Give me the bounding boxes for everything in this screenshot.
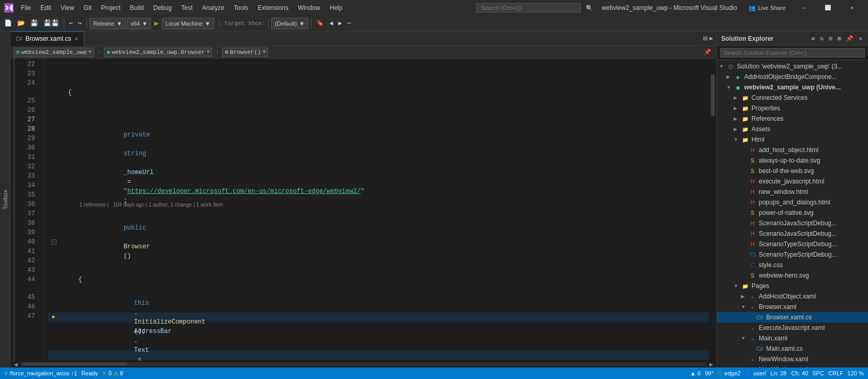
git-branch-button[interactable]: ⑂ /force_navigation_wcos ↑1 — [4, 370, 77, 376]
tree-scenario-ts-2[interactable]: TS ScenarioTypeScriptDebug... — [717, 249, 868, 260]
more-buttons[interactable]: ⋯ — [345, 18, 353, 28]
tree-new-window-xaml[interactable]: ⬦ NewWindow.xaml — [717, 354, 868, 364]
menu-build[interactable]: Build — [126, 3, 148, 13]
encoding-selector[interactable]: SPC — [812, 370, 824, 376]
se-filter-button[interactable]: ⊞ — [836, 35, 843, 42]
scroll-right-button[interactable]: ▶ — [706, 361, 716, 368]
namespace-dropdown[interactable]: ⊞ webview2_sample_uwp ▼ — [14, 48, 94, 57]
tree-html-folder[interactable]: ▼ 📁 Html — [717, 134, 868, 145]
tree-connected-services[interactable]: ▶ 📁 Connected Services — [717, 93, 868, 103]
line-num-28: 28 — [18, 124, 39, 134]
errors-button[interactable]: ✕ 0 ⚠ 8 — [102, 370, 123, 377]
collapse-25[interactable]: − — [51, 239, 56, 245]
edge-status[interactable]: ⬡ edge2 — [717, 370, 740, 377]
pin-tab-button[interactable]: ⊞ — [703, 34, 707, 43]
error-icon: ✕ — [102, 370, 107, 377]
menu-edit[interactable]: Edit — [36, 3, 55, 13]
toolbox-panel[interactable]: Toolbox — [0, 31, 10, 367]
menu-help[interactable]: Help — [326, 3, 347, 13]
tree-references[interactable]: ▶ 📁 References — [717, 113, 868, 124]
tab-browser-xaml-cs[interactable]: C# Browser.xaml.cs ✕ — [10, 31, 84, 46]
se-collapse-button[interactable]: ⊟ — [827, 35, 834, 42]
tree-solution[interactable]: ▼ ⬡ Solution 'webview2_sample_uwp' (3... — [717, 61, 868, 72]
run-target-dropdown[interactable]: Local Machine ▼ — [162, 18, 214, 29]
scroll-tabs-button[interactable]: ▶ — [710, 35, 713, 42]
redo-button[interactable]: ↪ — [76, 18, 84, 28]
tab-close-browser[interactable]: ✕ — [74, 36, 78, 42]
close-button[interactable]: ✕ — [840, 0, 864, 16]
se-pin-button[interactable]: 📌 — [844, 35, 855, 42]
new-project-button[interactable]: 📄 — [2, 18, 14, 28]
zoom-selector[interactable]: 120 % — [848, 370, 864, 376]
menu-extensions[interactable]: Extensions — [253, 3, 293, 13]
tree-main-xaml-cs[interactable]: C# Main.xaml.cs — [717, 343, 868, 354]
global-search-input[interactable] — [476, 3, 581, 13]
tree-webview-hero-svg[interactable]: S webview-hero.svg — [717, 270, 868, 281]
menu-file[interactable]: File — [17, 3, 35, 13]
menu-debug[interactable]: Debug — [149, 3, 176, 13]
tree-always-up-svg[interactable]: S always-up-to-date.svg — [717, 155, 868, 166]
next-bookmark-button[interactable]: ▶ — [336, 18, 344, 28]
undo-button[interactable]: ↩ — [67, 18, 75, 28]
tree-pages-folder[interactable]: ▼ 📁 Pages — [717, 281, 868, 291]
tree-power-native-svg[interactable]: S power-of-native.svg — [717, 208, 868, 218]
se-sync-button[interactable]: ⇄ — [810, 35, 817, 42]
tree-popups-html[interactable]: H popups_and_dialogs.html — [717, 197, 868, 208]
vertical-scrollbar[interactable] — [709, 59, 716, 361]
save-button[interactable]: 💾 — [28, 18, 40, 28]
temperature-indicator[interactable]: 99° — [705, 370, 714, 376]
prev-bookmark-button[interactable]: ◀ — [327, 18, 335, 28]
tree-style-css[interactable]: C style.css — [717, 260, 868, 270]
menu-analyze[interactable]: Analyze — [198, 3, 229, 13]
se-search-input[interactable] — [720, 48, 865, 58]
live-share-button[interactable]: 👥 Live Share — [745, 5, 789, 12]
tree-scenario-js-1[interactable]: H ScenarioJavaScriptDebug... — [717, 218, 868, 228]
tree-add-host-html[interactable]: H add_host_object.html — [717, 145, 868, 155]
menu-tools[interactable]: Tools — [229, 3, 252, 13]
scroll-left-button[interactable]: ◀ — [10, 361, 21, 368]
maximize-button[interactable]: ⬜ — [816, 0, 840, 16]
tree-main-xaml[interactable]: ▼ ⬦ Main.xaml — [717, 333, 868, 343]
member-dropdown[interactable]: ⚙ Browser() ▼ — [222, 48, 268, 57]
default-config-dropdown[interactable]: (Default) ▼ — [271, 18, 308, 29]
tree-execute-javascript-xaml[interactable]: ⬦ ExecuteJavascript.xaml — [717, 323, 868, 333]
scroll-track-h[interactable] — [21, 362, 706, 366]
se-refresh-button[interactable]: ↻ — [819, 35, 826, 42]
line-info[interactable]: Ln: 28 Ch: 40 — [770, 370, 808, 376]
tree-browser-xaml[interactable]: ▼ ⬦ Browser.xaml — [717, 302, 868, 312]
menu-view[interactable]: View — [56, 3, 78, 13]
menu-project[interactable]: Project — [97, 3, 124, 13]
bookmark-button[interactable]: 🔖 — [314, 18, 326, 28]
tree-add-host-xaml[interactable]: ▶ ⬦ AddHostObject.xaml — [717, 291, 868, 302]
tree-webview2-project[interactable]: ▼ ◈ webview2_sample_uwp (Unive... — [717, 82, 868, 93]
tree-browser-xaml-cs[interactable]: C# Browser.xaml.cs — [717, 312, 868, 323]
scroll-thumb-h[interactable] — [23, 362, 128, 365]
platform-dropdown[interactable]: x64 ▼ — [127, 18, 152, 29]
minimize-button[interactable]: — — [792, 0, 816, 16]
tree-scenario-js-2[interactable]: H ScenarioJavaScriptDebug... — [717, 228, 868, 239]
line-ending-selector[interactable]: CRLF — [828, 370, 843, 376]
nav-pin-icon[interactable]: 📌 — [702, 49, 713, 55]
user-status[interactable]: 👤 user/ — [745, 370, 766, 377]
tree-new-window-html[interactable]: H new_window.html — [717, 187, 868, 197]
run-button[interactable]: ▶ — [152, 18, 160, 29]
line-num-25: 25 — [18, 96, 39, 106]
navigate-up-button[interactable]: ▲ 0 — [690, 370, 701, 376]
tree-best-web-svg[interactable]: S best-of-the-web.svg — [717, 166, 868, 176]
tree-scenario-ts-1[interactable]: H ScenarioTypeScriptDebug... — [717, 239, 868, 249]
menu-git[interactable]: Git — [79, 3, 96, 13]
tree-addhostobject[interactable]: ▶ ◈ AddHostObjectBridgeCompone... — [717, 72, 868, 82]
tree-properties[interactable]: ▶ 📁 Properties — [717, 103, 868, 113]
class-dropdown[interactable]: ◆ webview2_sample_uwp.Browser ▼ — [104, 48, 212, 57]
menu-test[interactable]: Test — [177, 3, 197, 13]
tree-execute-js-html[interactable]: H execute_javascript.html — [717, 176, 868, 187]
scroll-thumb[interactable] — [711, 74, 715, 116]
menu-window[interactable]: Window — [294, 3, 325, 13]
horizontal-scrollbar[interactable]: ◀ ▶ — [10, 361, 716, 367]
code-content[interactable]: { private string _homeUrl = — [44, 59, 709, 361]
save-all-button[interactable]: 💾💾 — [41, 18, 61, 28]
build-config-dropdown[interactable]: Release ▼ — [89, 18, 125, 29]
tree-assets[interactable]: ▶ 📁 Assets — [717, 124, 868, 134]
open-button[interactable]: 📂 — [15, 18, 27, 28]
se-close-button[interactable]: ✕ — [857, 35, 864, 42]
